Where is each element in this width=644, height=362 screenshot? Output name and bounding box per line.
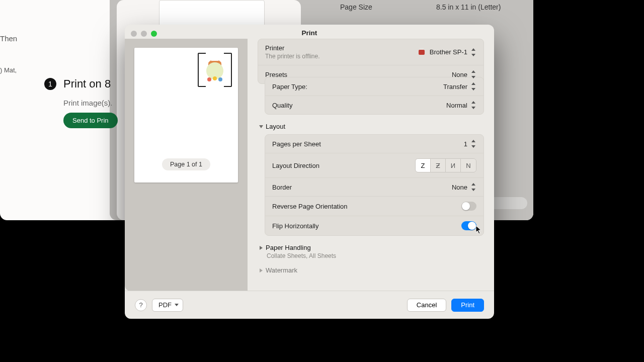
quality-row[interactable]: Quality Normal bbox=[265, 96, 484, 114]
chevron-right-icon bbox=[260, 246, 263, 250]
updown-icon bbox=[470, 101, 476, 109]
layout-direction-option-1[interactable]: Ƶ bbox=[431, 159, 446, 172]
help-button[interactable]: ? bbox=[135, 299, 147, 311]
presets-label: Presets bbox=[265, 71, 287, 78]
media-group: Paper Type: Transfer Quality Normal bbox=[265, 77, 484, 115]
reverse-orientation-label: Reverse Page Orientation bbox=[272, 203, 348, 210]
quality-select[interactable]: Normal bbox=[446, 101, 476, 109]
watermark-section-header[interactable]: Watermark bbox=[258, 263, 484, 278]
paper-type-select[interactable]: Transfer bbox=[443, 82, 476, 90]
paper-handling-summary: Collate Sheets, All Sheets bbox=[258, 252, 484, 259]
reverse-orientation-switch[interactable] bbox=[461, 202, 476, 211]
layout-direction-option-3[interactable]: N bbox=[461, 159, 476, 172]
cancel-button[interactable]: Cancel bbox=[407, 299, 446, 312]
dialog-footer: ? PDF Cancel Print bbox=[125, 291, 494, 319]
paper-handling-title: Paper Handling bbox=[266, 244, 311, 251]
settings-pane: Printer The printer is offline. Brother … bbox=[248, 39, 494, 291]
paper-type-value: Transfer bbox=[443, 83, 467, 90]
background-then-text: Then bbox=[0, 34, 17, 43]
printer-label: Printer bbox=[265, 44, 320, 52]
layout-direction-option-2[interactable]: И bbox=[446, 159, 461, 172]
watermark-title: Watermark bbox=[266, 266, 297, 274]
printer-value: Brother SP-1 bbox=[430, 48, 467, 56]
layout-section-header[interactable]: Layout bbox=[258, 120, 484, 134]
titlebar: Print bbox=[125, 25, 494, 38]
border-label: Border bbox=[272, 184, 292, 191]
pages-per-sheet-select[interactable]: 1 bbox=[464, 140, 476, 148]
printer-select[interactable]: Brother SP-1 bbox=[419, 48, 476, 56]
border-value: None bbox=[452, 184, 467, 191]
updown-icon bbox=[470, 82, 476, 90]
chevron-right-icon bbox=[260, 268, 263, 273]
page-indicator: Page 1 of 1 bbox=[162, 158, 210, 170]
layout-direction-option-0[interactable]: Z bbox=[416, 159, 431, 172]
layout-direction-row: Layout Direction Z Ƶ И N bbox=[265, 153, 484, 178]
chevron-down-icon bbox=[259, 125, 263, 128]
flip-horizontally-row: Flip Horizontally bbox=[265, 216, 484, 235]
pdf-menu-button[interactable]: PDF bbox=[152, 299, 183, 312]
preview-image bbox=[198, 53, 232, 87]
printer-status: The printer is offline. bbox=[265, 53, 320, 60]
border-select[interactable]: None bbox=[452, 183, 476, 191]
cursor-icon bbox=[475, 225, 482, 234]
reverse-orientation-row: Reverse Page Orientation bbox=[265, 197, 484, 216]
chevron-down-icon bbox=[175, 304, 179, 306]
flip-horizontally-switch[interactable] bbox=[461, 221, 476, 230]
pages-per-sheet-row[interactable]: Pages per Sheet 1 bbox=[265, 135, 484, 153]
flowers-icon bbox=[213, 76, 217, 80]
pdf-label: PDF bbox=[158, 301, 172, 309]
layout-section-title: Layout bbox=[266, 123, 285, 130]
layout-group: Pages per Sheet 1 Layout Direction Z Ƶ И… bbox=[265, 134, 484, 236]
layout-direction-label: Layout Direction bbox=[272, 162, 319, 169]
preview-pane: Page 1 of 1 bbox=[125, 39, 248, 291]
page-size-label: Page Size bbox=[340, 3, 372, 11]
quality-value: Normal bbox=[446, 102, 467, 109]
printer-row[interactable]: Printer The printer is offline. Brother … bbox=[258, 39, 484, 65]
preview-page: Page 1 of 1 bbox=[134, 48, 238, 183]
pages-per-sheet-label: Pages per Sheet bbox=[272, 140, 321, 148]
printer-icon bbox=[419, 50, 425, 55]
presets-value: None bbox=[452, 71, 467, 78]
quality-label: Quality bbox=[272, 102, 292, 109]
updown-icon bbox=[470, 183, 476, 191]
step-title: Print on 8 bbox=[63, 77, 111, 90]
updown-icon bbox=[470, 70, 476, 78]
page-size-value: 8.5 in x 11 in (Letter) bbox=[436, 3, 501, 11]
step-badge: 1 bbox=[44, 78, 56, 90]
send-to-printer-button[interactable]: Send to Prin bbox=[63, 113, 118, 128]
paper-type-label: Paper Type: bbox=[272, 83, 307, 90]
layout-direction-segmented[interactable]: Z Ƶ И N bbox=[415, 158, 476, 172]
print-button[interactable]: Print bbox=[451, 299, 484, 312]
presets-select[interactable]: None bbox=[452, 70, 476, 78]
flip-horizontally-label: Flip Horizontally bbox=[272, 222, 318, 230]
print-dialog: Print Page 1 of 1 bbox=[125, 25, 494, 319]
step-subtitle: Print image(s). bbox=[63, 99, 113, 107]
paper-type-row[interactable]: Paper Type: Transfer bbox=[265, 77, 484, 96]
border-row[interactable]: Border None bbox=[265, 178, 484, 197]
updown-icon bbox=[470, 48, 476, 56]
updown-icon bbox=[470, 140, 476, 148]
dialog-title: Print bbox=[125, 29, 494, 37]
background-mat-text: ) Mat, bbox=[0, 66, 17, 74]
pages-per-sheet-value: 1 bbox=[464, 140, 467, 148]
